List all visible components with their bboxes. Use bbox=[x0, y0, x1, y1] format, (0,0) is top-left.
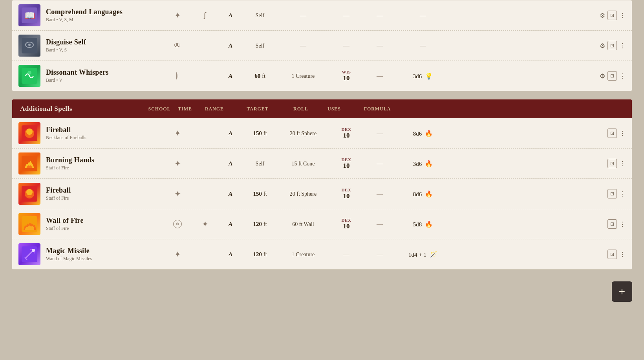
range-comprehend: Self bbox=[256, 13, 265, 18]
svg-point-16 bbox=[32, 249, 35, 252]
spell-name-area-disguise: Disguise Self Bard • V, S bbox=[46, 38, 164, 53]
roll-magic-missile: — bbox=[343, 251, 349, 257]
uses-disguise: — bbox=[377, 42, 383, 49]
spell-row-dissonant: Dissonant Whispers Bard • V ᚦ A 60 ft 1 … bbox=[12, 61, 632, 91]
gear-icon-comprehend[interactable]: ⚙ bbox=[600, 12, 605, 19]
gear-icon-dissonant[interactable]: ⚙ bbox=[600, 72, 605, 80]
more-icon-burning-hands[interactable]: ⋮ bbox=[619, 160, 626, 167]
range-unit-magic-missile: ft bbox=[263, 252, 267, 257]
spell-name-comprehend: Comprehend Languages bbox=[46, 8, 164, 16]
col-actions-fireball-staff: ⊡ ⋮ bbox=[607, 189, 626, 198]
col-time-burning-hands: A bbox=[219, 160, 242, 167]
more-icon-fireball-staff[interactable]: ⋮ bbox=[619, 190, 626, 198]
col-actions-burning-hands: ⊡ ⋮ bbox=[607, 159, 626, 168]
roll-stat-burning-hands: DEX bbox=[342, 157, 351, 162]
col-actions-wall-of-fire: ⊡ ⋮ bbox=[607, 219, 626, 229]
spell-name-dissonant: Dissonant Whispers bbox=[46, 68, 164, 77]
roll-stat-dissonant: WIS bbox=[342, 70, 351, 74]
roll-badge-fireball-staff: DEX 10 bbox=[329, 187, 364, 200]
col-uses-magic-missile: — bbox=[364, 251, 395, 258]
more-icon-magic-missile[interactable]: ⋮ bbox=[619, 251, 626, 258]
col-time-wall-of-fire: A bbox=[219, 220, 242, 228]
additional-spells-header: Additional Spells SCHOOL TIME RANGE TARG… bbox=[12, 99, 632, 118]
svg-point-6 bbox=[27, 71, 31, 75]
roll-badge-fireball-necklace: DEX 10 bbox=[329, 127, 364, 140]
school-icon-comprehend: ✦ bbox=[174, 11, 181, 20]
spell-icon-fireball-staff bbox=[18, 183, 40, 205]
expand-btn-dissonant[interactable]: ⊡ bbox=[607, 71, 617, 81]
spell-name-wall-of-fire: Wall of Fire bbox=[46, 217, 164, 225]
col-school-fireball-necklace: ✦ bbox=[164, 129, 191, 138]
range-num-dissonant: 60 bbox=[254, 73, 260, 79]
expand-btn-burning-hands[interactable]: ⊡ bbox=[607, 159, 617, 168]
formula-comprehend: — bbox=[420, 12, 426, 18]
range-unit-fireball-staff: ft bbox=[263, 191, 267, 197]
col-time-dissonant: A bbox=[219, 72, 242, 79]
col-school-burning-hands: ✦ bbox=[164, 159, 191, 168]
more-icon-fireball-necklace[interactable]: ⋮ bbox=[619, 130, 626, 137]
col-school2-comprehend: ʃ bbox=[191, 11, 219, 20]
col-school2-wall-of-fire: ✦ bbox=[191, 219, 219, 229]
spell-name-area-burning-hands: Burning Hands Staff of Fire bbox=[46, 156, 164, 171]
spell-icon-comprehend: 📖 bbox=[18, 4, 40, 26]
col-range-magic-missile: 120 ft bbox=[242, 251, 278, 258]
spell-name-area-dissonant: Dissonant Whispers Bard • V bbox=[46, 68, 164, 83]
col-range-wall-of-fire: 120 ft bbox=[242, 220, 278, 228]
spell-name-area-wall-of-fire: Wall of Fire Staff of Fire bbox=[46, 217, 164, 231]
spell-cols-comprehend: ✦ ʃ A Self — — — bbox=[164, 11, 626, 20]
col-roll-disguise: — bbox=[329, 42, 364, 49]
col-formula-burning-hands: 3d6 🔥 bbox=[395, 160, 450, 167]
col-roll-magic-missile: — bbox=[329, 251, 364, 258]
col-roll-wall-of-fire: DEX 10 bbox=[329, 218, 364, 230]
additional-spells-header-cols: SCHOOL TIME RANGE TARGET ROLL USES FORMU… bbox=[146, 106, 624, 112]
col-uses-wall-of-fire: — bbox=[364, 220, 395, 228]
more-icon-dissonant[interactable]: ⋮ bbox=[619, 72, 626, 80]
col-formula-fireball-staff: 8d6 🔥 bbox=[395, 190, 450, 198]
spell-sub-magic-missile: Wand of Magic Missiles bbox=[46, 256, 164, 262]
col-school-wall-of-fire: ⊛ bbox=[164, 220, 191, 228]
spell-name-burning-hands: Burning Hands bbox=[46, 156, 164, 164]
expand-btn-disguise[interactable]: ⊡ bbox=[607, 41, 617, 50]
expand-btn-fireball-necklace[interactable]: ⊡ bbox=[607, 129, 617, 138]
school-icon-dissonant: ᚦ bbox=[175, 72, 180, 80]
more-icon-wall-of-fire[interactable]: ⋮ bbox=[619, 220, 626, 228]
spell-cols-magic-missile: ✦ A 120 ft 1 Creature — — bbox=[164, 250, 626, 259]
col-school-dissonant: ᚦ bbox=[164, 72, 191, 81]
col-school-magic-missile: ✦ bbox=[164, 250, 191, 259]
col-time-magic-missile: A bbox=[219, 251, 242, 258]
more-icon-comprehend[interactable]: ⋮ bbox=[619, 12, 626, 19]
range-num-magic-missile: 120 bbox=[253, 251, 262, 257]
spell-sub-burning-hands: Staff of Fire bbox=[46, 165, 164, 171]
col-time-disguise: A bbox=[219, 42, 242, 49]
expand-btn-magic-missile[interactable]: ⊡ bbox=[607, 250, 617, 259]
range-unit-dissonant: ft bbox=[262, 73, 265, 79]
expand-btn-fireball-staff[interactable]: ⊡ bbox=[607, 189, 617, 198]
col-uses-fireball-staff: — bbox=[364, 190, 395, 197]
time-fireball-necklace: A bbox=[229, 130, 232, 136]
expand-btn-wall-of-fire[interactable]: ⊡ bbox=[607, 219, 617, 229]
svg-point-4 bbox=[28, 44, 31, 46]
add-spell-fab[interactable]: + bbox=[612, 281, 632, 302]
col-actions-disguise: ⚙ ⊡ ⋮ bbox=[600, 41, 626, 50]
time-burning-hands: A bbox=[229, 160, 232, 167]
col-actions-fireball-necklace: ⊡ ⋮ bbox=[607, 129, 626, 138]
roll-num-fireball-staff: 10 bbox=[343, 192, 350, 200]
col-formula-dissonant: 3d6 💡 bbox=[395, 72, 450, 80]
formula-dissonant: 3d6 bbox=[413, 73, 422, 79]
roll-disguise: — bbox=[343, 42, 349, 49]
time-comprehend: A bbox=[229, 12, 232, 18]
expand-btn-comprehend[interactable]: ⊡ bbox=[607, 11, 617, 20]
col-range-disguise: Self bbox=[242, 42, 278, 49]
roll-num-burning-hands: 10 bbox=[343, 162, 350, 170]
col-uses-dissonant: — bbox=[364, 72, 395, 79]
formula-icon-fireball-staff: 🔥 bbox=[425, 191, 433, 197]
spell-row-burning-hands: Burning Hands Staff of Fire ✦ A Self 15 … bbox=[12, 149, 632, 179]
col-roll-fireball-necklace: DEX 10 bbox=[329, 127, 364, 140]
col-time-comprehend: A bbox=[219, 12, 242, 19]
formula-icon-dissonant: 💡 bbox=[425, 73, 433, 79]
uses-magic-missile: — bbox=[377, 251, 383, 257]
more-icon-disguise[interactable]: ⋮ bbox=[619, 42, 626, 50]
spell-row-comprehend: 📖 Comprehend Languages Bard • V, S, M ✦ … bbox=[12, 0, 632, 31]
header-school: SCHOOL bbox=[146, 106, 173, 112]
gear-icon-disguise[interactable]: ⚙ bbox=[600, 42, 605, 50]
